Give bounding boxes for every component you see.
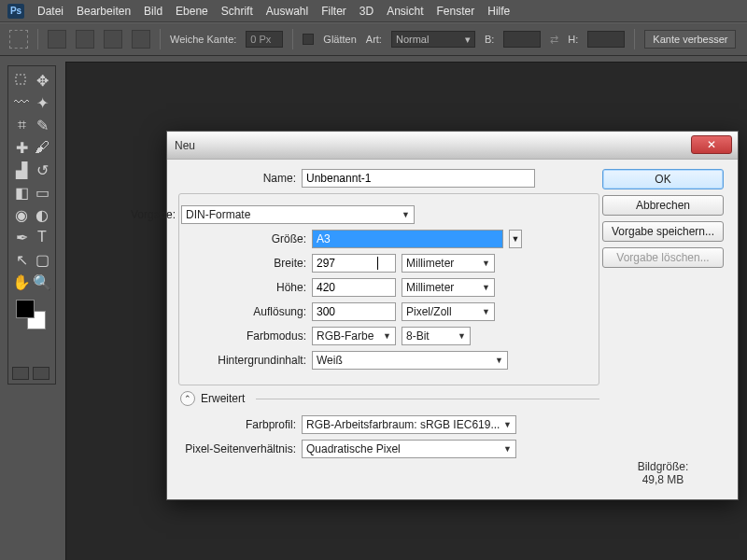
menu-item[interactable]: Datei bbox=[37, 5, 63, 18]
hand-tool-icon[interactable]: ✋ bbox=[12, 272, 31, 292]
profile-label: Farbprofil: bbox=[178, 418, 302, 431]
menubar: Ps Datei Bearbeiten Bild Ebene Schrift A… bbox=[0, 0, 747, 22]
options-bar: Weiche Kante: Glätten Art: Normal▾ B: ⇄ … bbox=[0, 22, 747, 56]
filesize-value: 49,8 MB bbox=[638, 473, 689, 486]
menu-item[interactable]: Schrift bbox=[221, 5, 253, 18]
wand-tool-icon[interactable]: ✦ bbox=[33, 92, 51, 113]
eraser-tool-icon[interactable]: ◧ bbox=[12, 182, 31, 203]
app-logo: Ps bbox=[7, 4, 24, 19]
ok-button[interactable]: OK bbox=[602, 169, 724, 189]
width-label: Breite: bbox=[189, 257, 312, 270]
colormode-label: Farbmodus: bbox=[189, 329, 312, 343]
name-input[interactable] bbox=[302, 169, 535, 188]
divider bbox=[37, 29, 38, 49]
crop-tool-icon[interactable]: ⌗ bbox=[12, 115, 31, 135]
tools-panel: ✥ 〰✦ ⌗✎ ✚🖌 ▟↺ ◧▭ ◉◐ ✒T ↖▢ ✋🔍 bbox=[7, 65, 56, 385]
divider bbox=[160, 29, 161, 49]
foreground-color-swatch[interactable] bbox=[16, 300, 35, 318]
cancel-button[interactable]: Abbrechen bbox=[602, 195, 724, 216]
gradient-tool-icon[interactable]: ▭ bbox=[33, 182, 51, 203]
save-preset-button[interactable]: Vorgabe speichern... bbox=[602, 221, 724, 242]
screenmode-icon[interactable] bbox=[33, 367, 49, 380]
height-input[interactable] bbox=[312, 278, 396, 297]
width-unit-select[interactable]: Millimeter▼ bbox=[402, 254, 495, 273]
history-brush-icon[interactable]: ↺ bbox=[33, 160, 51, 180]
feather-label: Weiche Kante: bbox=[170, 34, 236, 45]
selection-new-icon[interactable] bbox=[48, 30, 66, 49]
menu-item[interactable]: Ebene bbox=[176, 5, 208, 18]
advanced-label: Erweitert bbox=[201, 392, 245, 405]
delete-preset-button: Vorgabe löschen... bbox=[602, 247, 724, 268]
dialog-titlebar[interactable]: Neu ✕ bbox=[167, 132, 738, 160]
colormode-select[interactable]: RGB-Farbe▼ bbox=[312, 327, 396, 345]
width-label: B: bbox=[485, 34, 494, 45]
dialog-title: Neu bbox=[175, 139, 195, 152]
resolution-input[interactable] bbox=[312, 302, 396, 321]
bitdepth-select[interactable]: 8-Bit▼ bbox=[402, 327, 471, 345]
height-unit-select[interactable]: Millimeter▼ bbox=[402, 278, 495, 297]
close-button[interactable]: ✕ bbox=[691, 135, 732, 154]
background-select[interactable]: Weiß▼ bbox=[312, 351, 508, 370]
menu-item[interactable]: 3D bbox=[359, 5, 374, 18]
profile-select[interactable]: RGB-Arbeitsfarbraum: sRGB IEC619...▼ bbox=[302, 415, 516, 434]
type-tool-icon[interactable]: T bbox=[33, 227, 51, 247]
dodge-tool-icon[interactable]: ◐ bbox=[33, 204, 51, 225]
advanced-toggle[interactable]: ⌃ Erweitert bbox=[180, 391, 599, 406]
selection-subtract-icon[interactable] bbox=[104, 30, 122, 49]
svg-rect-0 bbox=[16, 75, 25, 84]
chevron-up-icon: ⌃ bbox=[180, 391, 195, 406]
antialias-label: Glätten bbox=[323, 34, 356, 45]
text-cursor bbox=[377, 257, 378, 270]
width-input[interactable] bbox=[312, 254, 396, 273]
size-dropdown-arrow[interactable]: ▼ bbox=[509, 230, 522, 248]
pixelaspect-select[interactable]: Quadratische Pixel▼ bbox=[302, 440, 516, 458]
color-swatches[interactable] bbox=[12, 298, 51, 331]
pixelaspect-label: Pixel-Seitenverhältnis: bbox=[178, 442, 302, 455]
move-arrow-icon[interactable]: ✥ bbox=[33, 70, 51, 91]
pen-tool-icon[interactable]: ✒ bbox=[12, 227, 31, 247]
menu-item[interactable]: Bild bbox=[144, 5, 162, 18]
heal-tool-icon[interactable]: ✚ bbox=[12, 137, 31, 158]
menu-item[interactable]: Fenster bbox=[437, 5, 475, 18]
resolution-unit-select[interactable]: Pixel/Zoll▼ bbox=[402, 302, 495, 321]
menu-item[interactable]: Filter bbox=[321, 5, 346, 18]
name-label: Name: bbox=[178, 172, 302, 185]
selection-intersect-icon[interactable] bbox=[132, 30, 150, 49]
move-tool-icon[interactable] bbox=[12, 70, 31, 91]
quickmask-icon[interactable] bbox=[12, 367, 29, 380]
lasso-tool-icon[interactable]: 〰 bbox=[12, 92, 31, 113]
width-input[interactable] bbox=[503, 31, 541, 48]
menu-item[interactable]: Ansicht bbox=[387, 5, 423, 18]
divider bbox=[634, 29, 635, 49]
selection-add-icon[interactable] bbox=[76, 30, 94, 49]
style-select[interactable]: Normal▾ bbox=[391, 31, 475, 48]
path-select-icon[interactable]: ↖ bbox=[12, 249, 31, 270]
resolution-label: Auflösung: bbox=[189, 305, 312, 318]
background-label: Hintergrundinhalt: bbox=[189, 354, 312, 367]
height-label: Höhe: bbox=[189, 281, 312, 294]
filesize-label: Bildgröße: bbox=[638, 460, 689, 473]
preset-select[interactable]: DIN-Formate▼ bbox=[181, 205, 415, 224]
divider bbox=[292, 29, 293, 49]
feather-input[interactable] bbox=[246, 31, 283, 48]
menu-item[interactable]: Bearbeiten bbox=[77, 5, 131, 18]
shape-tool-icon[interactable]: ▢ bbox=[33, 249, 51, 270]
new-document-dialog: Neu ✕ Name: Vorgabe: DIN-Formate▼ Größe:… bbox=[166, 131, 739, 500]
antialias-checkbox[interactable] bbox=[303, 34, 314, 45]
refine-edge-button[interactable]: Kante verbesser bbox=[644, 30, 736, 49]
size-label: Größe: bbox=[189, 232, 312, 245]
height-label: H: bbox=[568, 34, 578, 45]
marquee-tool-icon[interactable] bbox=[9, 30, 28, 49]
brush-tool-icon[interactable]: 🖌 bbox=[33, 137, 51, 158]
style-label: Art: bbox=[366, 34, 382, 45]
preset-label: Vorgabe: bbox=[78, 208, 181, 221]
eyedropper-tool-icon[interactable]: ✎ bbox=[33, 115, 51, 135]
size-select[interactable]: A3 bbox=[312, 230, 503, 248]
menu-item[interactable]: Hilfe bbox=[487, 5, 510, 18]
height-input[interactable] bbox=[587, 31, 625, 48]
menu-item[interactable]: Auswahl bbox=[266, 5, 308, 18]
zoom-tool-icon[interactable]: 🔍 bbox=[33, 272, 51, 292]
stamp-tool-icon[interactable]: ▟ bbox=[12, 160, 31, 180]
blur-tool-icon[interactable]: ◉ bbox=[12, 204, 31, 225]
